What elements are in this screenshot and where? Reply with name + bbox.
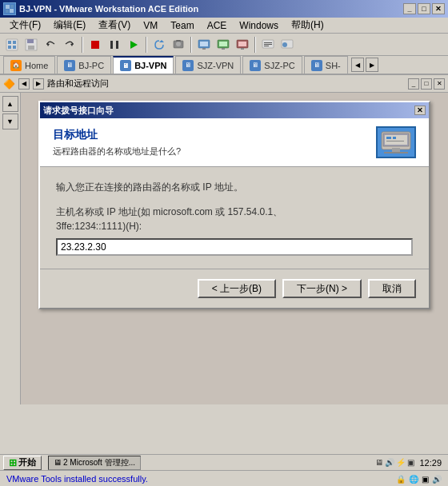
toolbar-btn-home[interactable] bbox=[3, 36, 21, 54]
toolbar-btn-save[interactable] bbox=[22, 36, 40, 54]
toolbar-btn-settings[interactable] bbox=[234, 36, 251, 54]
toolbar-btn-undo[interactable] bbox=[42, 36, 59, 54]
toolbar-btn-snapshot[interactable] bbox=[170, 36, 187, 54]
svg-rect-41 bbox=[393, 137, 396, 139]
breadcrumb-min-btn[interactable]: _ bbox=[408, 78, 419, 90]
tab-sjz-vpn[interactable]: 🖥 SJZ-VPN bbox=[175, 56, 241, 74]
dialog-heading: 目标地址 bbox=[53, 128, 181, 142]
window-title: BJ-VPN - VMware Workstation ACE Edition bbox=[19, 4, 198, 14]
taskbar-item-1[interactable]: 🖥 2 Microsoft 管理控... bbox=[48, 456, 141, 470]
menu-vm[interactable]: VM bbox=[137, 18, 164, 33]
minimize-button[interactable]: _ bbox=[403, 3, 416, 14]
dialog-input-label: 主机名称或 IP 地址(如 microsoft.com 或 157.54.0.1… bbox=[56, 205, 413, 233]
back-button[interactable]: < 上一步(B) bbox=[198, 279, 276, 298]
tab-sh-label: SH- bbox=[326, 61, 341, 70]
toolbar-btn-pause[interactable] bbox=[106, 36, 123, 54]
maximize-button[interactable]: □ bbox=[418, 3, 430, 14]
taskbar-area: 🖥 2 Microsoft 管理控... bbox=[48, 456, 369, 470]
tab-home-label: Home bbox=[25, 61, 48, 70]
start-button[interactable]: ⊞ 开始 bbox=[3, 456, 42, 470]
svg-rect-3 bbox=[10, 5, 14, 8]
svg-rect-6 bbox=[13, 41, 16, 44]
tab-home[interactable]: 🏠 Home bbox=[3, 56, 55, 74]
svg-rect-34 bbox=[264, 46, 269, 46]
tab-sjzpc-label: SJZ-PC bbox=[264, 61, 295, 70]
svg-rect-2 bbox=[6, 10, 9, 13]
cancel-button[interactable]: 取消 bbox=[368, 279, 416, 298]
tray-icon-network: 🖥 bbox=[375, 458, 383, 467]
dialog-label-line1: 主机名称或 IP 地址(如 microsoft.com 或 157.54.0.1… bbox=[56, 206, 282, 217]
toolbar-btn-vm1[interactable] bbox=[195, 36, 213, 54]
toolbar-btn-extra2[interactable] bbox=[278, 36, 296, 54]
title-bar-left: BJ-VPN - VMware Workstation ACE Edition bbox=[3, 2, 198, 15]
toolbar bbox=[0, 34, 448, 56]
sidebar-down-btn[interactable]: ▼ bbox=[2, 114, 18, 129]
svg-point-36 bbox=[282, 42, 287, 47]
dialog-title-bar: 请求拨号接口向导 ✕ bbox=[40, 102, 429, 118]
svg-rect-5 bbox=[8, 41, 11, 44]
panel-area: ▲ ▼ 请求拨号接口向导 ✕ 目标地址 远程路由器的名称或地址是什么? bbox=[0, 93, 448, 404]
toolbar-btn-vm2[interactable] bbox=[214, 36, 232, 54]
toolbar-btn-refresh[interactable] bbox=[150, 36, 168, 54]
tab-nav-next[interactable]: ▶ bbox=[366, 58, 378, 72]
menu-file[interactable]: 文件(F) bbox=[3, 17, 47, 34]
tray-icon-power: ⚡ bbox=[396, 458, 406, 467]
menu-bar: 文件(F) 编辑(E) 查看(V) VM Team ACE Windows 帮助… bbox=[0, 18, 448, 34]
svg-rect-23 bbox=[200, 42, 208, 46]
dialog-body: 输入您正在连接的路由器的名称或 IP 地址。 主机名称或 IP 地址(如 mic… bbox=[40, 167, 429, 269]
nav-scroll-right[interactable]: ▶ bbox=[33, 78, 44, 90]
status-icon-speaker: 🔊 bbox=[432, 475, 442, 484]
menu-team[interactable]: Team bbox=[164, 18, 200, 33]
menu-edit[interactable]: 编辑(E) bbox=[47, 17, 92, 34]
svg-rect-14 bbox=[91, 41, 99, 49]
dialog-header-icon bbox=[376, 126, 416, 158]
toolbar-btn-stop[interactable] bbox=[86, 36, 104, 54]
tab-sh[interactable]: 🖥 SH- bbox=[304, 56, 348, 74]
toolbar-btn-redo[interactable] bbox=[61, 36, 78, 54]
svg-rect-44 bbox=[384, 152, 408, 153]
nav-scroll-left[interactable]: ◀ bbox=[18, 78, 30, 90]
dialog-header: 目标地址 远程路由器的名称或地址是什么? bbox=[40, 118, 429, 167]
system-clock: 12:29 bbox=[416, 458, 445, 468]
breadcrumb-maximize: _ □ ✕ bbox=[408, 78, 445, 90]
dialog-description: 输入您正在连接的路由器的名称或 IP 地址。 bbox=[56, 180, 413, 195]
tab-sjzvpn-icon: 🖥 bbox=[182, 60, 194, 71]
status-icon-network: 🌐 bbox=[409, 475, 418, 484]
tab-sjz-pc[interactable]: 🖥 SJZ-PC bbox=[242, 56, 302, 74]
svg-rect-40 bbox=[386, 137, 391, 139]
tray-area: 🖥 🔊 ⚡ ▣ 12:29 bbox=[375, 458, 445, 468]
dialog-close-button[interactable]: ✕ bbox=[414, 106, 426, 115]
toolbar-separator-1 bbox=[82, 37, 83, 53]
tab-bj-pc[interactable]: 🖥 BJ-PC bbox=[57, 56, 111, 74]
svg-rect-27 bbox=[222, 48, 225, 50]
svg-rect-1 bbox=[10, 9, 14, 13]
close-button[interactable]: ✕ bbox=[432, 3, 445, 14]
breadcrumb-close-btn[interactable]: ✕ bbox=[434, 78, 445, 90]
ip-address-input[interactable] bbox=[56, 238, 413, 256]
svg-rect-24 bbox=[202, 48, 206, 50]
breadcrumb-text: 路由和远程访问 bbox=[47, 78, 109, 90]
next-button[interactable]: 下一步(N) > bbox=[282, 279, 362, 298]
toolbar-btn-extra1[interactable] bbox=[259, 36, 277, 54]
menu-windows[interactable]: Windows bbox=[233, 18, 285, 33]
wizard-dialog: 请求拨号接口向导 ✕ 目标地址 远程路由器的名称或地址是什么? bbox=[38, 101, 430, 309]
sidebar-up-btn[interactable]: ▲ bbox=[2, 96, 18, 112]
svg-rect-33 bbox=[264, 44, 272, 45]
menu-help[interactable]: 帮助(H) bbox=[285, 17, 330, 34]
tab-nav-prev[interactable]: ◀ bbox=[351, 58, 364, 72]
tab-bar: 🏠 Home 🖥 BJ-PC 🖥 BJ-VPN 🖥 SJZ-VPN 🖥 SJZ-… bbox=[0, 56, 448, 75]
menu-ace[interactable]: ACE bbox=[201, 18, 234, 33]
toolbar-btn-play[interactable] bbox=[125, 36, 142, 54]
svg-rect-10 bbox=[27, 39, 34, 43]
left-sidebar: ▲ ▼ bbox=[0, 93, 21, 404]
taskbar: ⊞ 开始 🖥 2 Microsoft 管理控... 🖥 🔊 ⚡ ▣ 12:29 bbox=[0, 455, 448, 471]
menu-view[interactable]: 查看(V) bbox=[92, 17, 137, 34]
tab-bj-vpn[interactable]: 🖥 BJ-VPN bbox=[113, 56, 174, 74]
svg-rect-15 bbox=[110, 41, 113, 49]
svg-rect-32 bbox=[264, 42, 272, 43]
svg-point-20 bbox=[176, 42, 181, 46]
dialog-subtext: 远程路由器的名称或地址是什么? bbox=[53, 145, 181, 157]
start-label: 开始 bbox=[18, 456, 36, 468]
breadcrumb-max-btn[interactable]: □ bbox=[421, 78, 432, 90]
svg-rect-16 bbox=[116, 41, 118, 49]
